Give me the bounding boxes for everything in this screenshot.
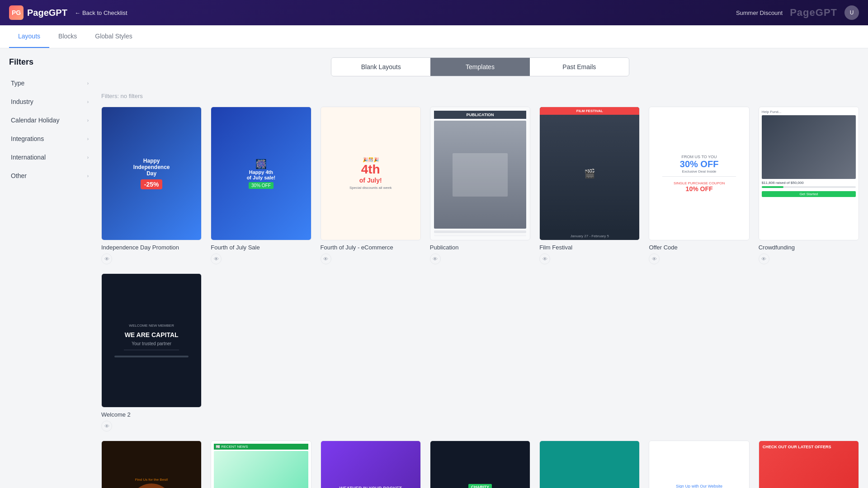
- template-crowdfunding-thumb: Help Fund... $11,806 raised of $50,000 G…: [759, 107, 859, 240]
- template-publication[interactable]: PUBLICATION Publication 👁: [430, 107, 530, 264]
- filter-integrations[interactable]: Integrations ›: [9, 130, 90, 148]
- toggle-past[interactable]: Past Emails: [530, 58, 629, 76]
- filter-type-label: Type: [11, 80, 24, 87]
- filter-type[interactable]: Type ›: [9, 74, 90, 93]
- template-welcome2-thumb: WELCOME NEW MEMBER WE ARE CAPITAL Your t…: [101, 273, 202, 407]
- templates-grid-row2: Find Us for the Best! 🍺 BREWERY Brewery …: [101, 441, 859, 488]
- header: PG PageGPT Back to Checklist Summer Disc…: [0, 0, 868, 25]
- filters-title: Filters: [9, 57, 90, 67]
- filter-other-chevron: ›: [87, 174, 89, 178]
- template-film-festival-name: Film Festival: [539, 244, 640, 251]
- template-crowdfunding-name: Crowdfunding: [759, 244, 859, 251]
- template-educational-thumb: Sign Up with Our Website Platform Please…: [649, 441, 749, 488]
- template-publication-thumb: PUBLICATION: [430, 107, 530, 240]
- filter-integrations-label: Integrations: [11, 135, 44, 142]
- template-educational[interactable]: Sign Up with Our Website Platform Please…: [649, 441, 749, 488]
- templates-grid-row1: HappyIndependenceDay -25% Independence D…: [101, 107, 859, 432]
- header-right-logo: PageGPT: [790, 7, 837, 19]
- template-film-festival[interactable]: FILM FESTIVAL 🎬 January 27 - February 5 …: [539, 107, 640, 264]
- template-independence[interactable]: HappyIndependenceDay -25% Independence D…: [101, 107, 202, 264]
- template-welcome2[interactable]: WELCOME NEW MEMBER WE ARE CAPITAL Your t…: [101, 273, 202, 431]
- template-offer-code-preview[interactable]: 👁: [649, 253, 660, 264]
- toggle-templates[interactable]: Templates: [430, 58, 529, 76]
- content-area: Blank Layouts Templates Past Emails Filt…: [101, 57, 859, 488]
- filter-integrations-chevron: ›: [87, 136, 89, 141]
- template-ecommerce[interactable]: CHECK OUT OUR LATEST OFFERS 📱 $199 FOR S…: [759, 441, 859, 488]
- template-july-ecom[interactable]: 🎉🎊🎉 4th of July! Special discounts all w…: [321, 107, 421, 264]
- template-independence-name: Independence Day Promotion: [101, 244, 202, 251]
- filter-calendar-label: Calendar Holiday: [11, 117, 59, 124]
- filter-calendar-chevron: ›: [87, 118, 89, 123]
- template-brewery[interactable]: Find Us for the Best! 🍺 BREWERY Brewery …: [101, 441, 202, 488]
- tab-layouts[interactable]: Layouts: [9, 25, 49, 48]
- logo: PG PageGPT: [9, 5, 67, 20]
- template-offer-code-thumb: FROM US TO YOU 30% OFF Exclusive Deal In…: [649, 107, 749, 240]
- view-toggle: Blank Layouts Templates Past Emails: [331, 57, 629, 76]
- filter-international-chevron: ›: [87, 155, 89, 160]
- tab-blocks[interactable]: Blocks: [49, 25, 86, 48]
- template-july-ecom-name: Fourth of July - eCommerce: [321, 244, 421, 251]
- avatar[interactable]: U: [844, 5, 859, 20]
- filter-industry[interactable]: Industry ›: [9, 93, 90, 111]
- template-welcome2-preview[interactable]: 👁: [101, 421, 112, 432]
- template-funding[interactable]: CHARITY We are a charitableNon Profit 🌍 …: [430, 441, 530, 488]
- filter-other-label: Other: [11, 172, 27, 179]
- back-button[interactable]: Back to Checklist: [75, 9, 127, 16]
- tab-global-styles[interactable]: Global Styles: [86, 25, 141, 48]
- template-independence-preview[interactable]: 👁: [101, 253, 112, 264]
- filter-industry-chevron: ›: [87, 99, 89, 104]
- template-survey1[interactable]: SURVEY Thank you for joining our survey!…: [539, 441, 640, 488]
- template-july-sale-thumb: 🎆 Happy 4thof July sale! 30% OFF: [211, 107, 311, 240]
- template-recent-news-thumb: 📰 RECENT NEWS: [211, 441, 311, 488]
- template-recent-news[interactable]: 📰 RECENT NEWS Recent News 👁: [211, 441, 311, 488]
- toggle-blank[interactable]: Blank Layouts: [331, 58, 430, 76]
- template-offer-code-name: Offer Code: [649, 244, 749, 251]
- filter-other[interactable]: Other ›: [9, 167, 90, 185]
- filter-calendar[interactable]: Calendar Holiday ›: [9, 111, 90, 130]
- template-ecommerce-thumb: CHECK OUT OUR LATEST OFFERS 📱 $199 FOR S…: [759, 441, 859, 488]
- template-july-sale[interactable]: 🎆 Happy 4thof July sale! 30% OFF Fourth …: [211, 107, 311, 264]
- discount-label: Summer Discount: [736, 9, 783, 16]
- template-welcome2-name: Welcome 2: [101, 411, 202, 418]
- template-offer-code[interactable]: FROM US TO YOU 30% OFF Exclusive Deal In…: [649, 107, 749, 264]
- template-july-ecom-thumb: 🎉🎊🎉 4th of July! Special discounts all w…: [321, 107, 421, 240]
- filter-type-chevron: ›: [87, 81, 89, 86]
- template-film-festival-preview[interactable]: 👁: [539, 253, 550, 264]
- template-film-festival-thumb: FILM FESTIVAL 🎬 January 27 - February 5: [539, 107, 640, 240]
- template-device-app-thumb: WEATHER IN YOUR POCKET 🌤️ ⛅ 🌧️ Download …: [321, 441, 421, 488]
- sidebar-filters: Filters Type › Industry › Calendar Holid…: [9, 57, 90, 488]
- filter-international-label: International: [11, 154, 46, 161]
- template-crowdfunding-preview[interactable]: 👁: [759, 253, 769, 264]
- template-crowdfunding[interactable]: Help Fund... $11,806 raised of $50,000 G…: [759, 107, 859, 264]
- template-independence-thumb: HappyIndependenceDay -25%: [101, 107, 202, 240]
- logo-text: PageGPT: [27, 8, 67, 18]
- back-label: Back to Checklist: [82, 9, 127, 16]
- filter-industry-label: Industry: [11, 98, 33, 105]
- filter-international[interactable]: International ›: [9, 148, 90, 167]
- template-publication-preview[interactable]: 👁: [430, 253, 441, 264]
- template-july-sale-name: Fourth of July Sale: [211, 244, 311, 251]
- template-survey1-thumb: SURVEY Thank you for joining our survey!…: [539, 441, 640, 488]
- template-july-sale-preview[interactable]: 👁: [211, 253, 222, 264]
- nav-tabs: Layouts Blocks Global Styles: [0, 25, 868, 48]
- logo-icon: PG: [9, 5, 24, 20]
- filters-info: Filters: no filters: [101, 93, 859, 99]
- template-brewery-thumb: Find Us for the Best! 🍺 BREWERY: [101, 441, 202, 488]
- template-device-app[interactable]: WEATHER IN YOUR POCKET 🌤️ ⛅ 🌧️ Download …: [321, 441, 421, 488]
- template-july-ecom-preview[interactable]: 👁: [321, 253, 331, 264]
- template-funding-thumb: CHARITY We are a charitableNon Profit 🌍 …: [430, 441, 530, 488]
- template-publication-name: Publication: [430, 244, 530, 251]
- header-right: Summer Discount PageGPT U: [736, 5, 859, 20]
- main-content: Filters Type › Industry › Calendar Holid…: [0, 48, 868, 488]
